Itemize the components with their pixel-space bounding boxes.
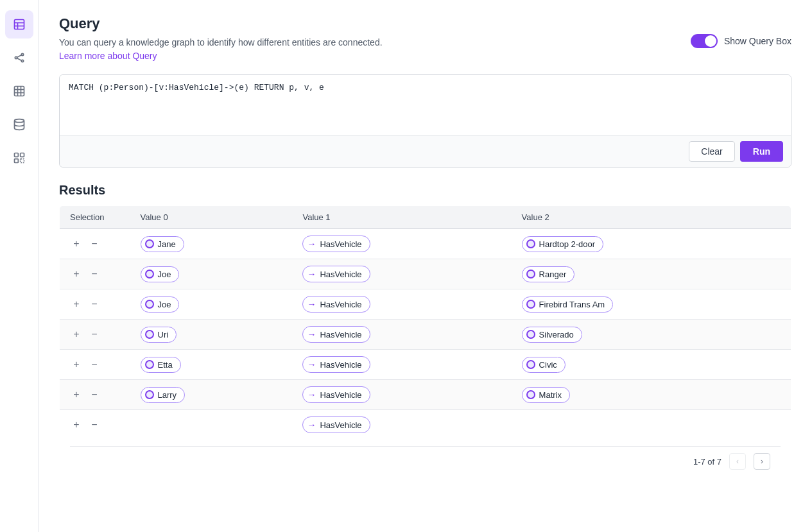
value2-pill[interactable]: Ranger [522,266,575,282]
results-container: Selection Value 0 Value 1 Value 2 + − Ja… [59,205,791,483]
pill-dot [526,270,535,279]
row-remove-btn[interactable]: − [88,418,101,431]
row-value1-cell: → HasVehicle [292,229,511,259]
row-selection-cell: + − [60,320,130,350]
value2-pill[interactable]: Firebird Trans Am [522,296,614,313]
value0-pill[interactable]: Jane [141,236,184,252]
pagination-prev[interactable]: ‹ [729,453,746,470]
pill-text: Etta [158,360,173,370]
col-value2: Value 2 [512,206,791,229]
pill-text: HasVehicle [320,330,361,339]
value2-pill[interactable]: Matrix [522,387,570,403]
results-table: Selection Value 0 Value 1 Value 2 + − Ja… [59,205,791,483]
row-value1-cell: → HasVehicle [292,350,511,380]
arrow-icon: → [307,299,316,309]
value1-pill[interactable]: → HasVehicle [302,236,370,252]
row-selection-cell: + − [60,410,130,440]
pagination-next[interactable]: › [754,453,770,470]
row-selection-cell: + − [60,289,130,320]
value1-pill[interactable]: → HasVehicle [302,356,370,373]
row-value2-cell: Silverado [512,320,791,350]
clear-button[interactable]: Clear [689,141,734,162]
row-remove-btn[interactable]: − [88,298,101,311]
row-value0-cell [130,410,293,440]
row-value0-cell: Larry [130,380,293,410]
row-remove-btn[interactable]: − [88,268,101,280]
value1-pill[interactable]: → HasVehicle [302,386,370,403]
table-row: + − Larry → HasVehicle Matrix [60,380,791,410]
sidebar-item-data[interactable] [5,110,33,139]
row-add-btn[interactable]: + [70,298,83,311]
pill-dot [145,330,154,339]
row-add-btn[interactable]: + [70,388,83,401]
row-add-btn[interactable]: + [70,418,83,431]
pill-text: HasVehicle [320,270,361,279]
row-remove-btn[interactable]: − [88,358,101,371]
pill-text: HasVehicle [320,239,361,249]
svg-line-7 [17,55,21,57]
row-add-btn[interactable]: + [70,358,83,371]
run-button[interactable]: Run [740,141,783,162]
sidebar-item-table[interactable] [5,10,33,39]
value1-pill[interactable]: → HasVehicle [302,416,370,433]
pill-text: HasVehicle [320,390,361,400]
value0-pill[interactable]: Etta [141,357,181,373]
query-textarea[interactable]: MATCH (p:Person)-[v:HasVehicle]->(e) RET… [60,75,791,133]
value1-pill[interactable]: → HasVehicle [302,266,370,282]
row-value1-cell: → HasVehicle [292,410,511,440]
sidebar-item-chart[interactable] [5,77,33,105]
pill-dot [526,390,535,399]
value0-pill[interactable]: Joe [141,266,180,282]
pill-text: Joe [158,300,171,309]
value2-pill[interactable]: Hardtop 2-door [522,236,603,252]
col-selection: Selection [60,206,130,229]
pill-dot [526,330,535,339]
svg-point-6 [21,60,23,62]
show-query-box-toggle[interactable] [691,34,718,48]
row-add-btn[interactable]: + [70,328,83,341]
row-controls: + − [70,418,120,431]
table-row: + − Jane → HasVehicle Hardtop 2-door [60,229,791,259]
value1-pill[interactable]: → HasVehicle [302,326,370,343]
toggle-label: Show Query Box [724,36,791,46]
row-value1-cell: → HasVehicle [292,259,511,289]
sidebar-item-more[interactable] [5,144,33,172]
value1-pill[interactable]: → HasVehicle [302,296,370,313]
svg-point-4 [15,56,17,58]
table-row: + − Etta → HasVehicle Civic [60,350,791,380]
pill-text: Hardtop 2-door [539,239,595,249]
value0-pill[interactable]: Joe [141,296,180,313]
row-value2-cell: Ranger [512,259,791,289]
row-selection-cell: + − [60,350,130,380]
learn-more-link[interactable]: Learn more about Query [59,51,157,61]
value2-pill[interactable]: Silverado [522,327,582,343]
arrow-icon: → [307,239,316,249]
svg-rect-17 [14,159,18,163]
page-title: Query [59,15,791,32]
row-value0-cell: Joe [130,289,293,320]
row-controls: + − [70,388,120,401]
pagination-row: 1-7 of 7 ‹ › [60,440,791,483]
svg-rect-15 [14,153,18,157]
value0-pill[interactable]: Uri [141,327,177,343]
row-value0-cell: Uri [130,320,293,350]
toggle-container: Show Query Box [691,34,791,48]
query-box: MATCH (p:Person)-[v:HasVehicle]->(e) RET… [59,74,791,167]
pill-dot [526,239,535,248]
row-add-btn[interactable]: + [70,237,83,250]
row-remove-btn[interactable]: − [88,388,101,401]
row-add-btn[interactable]: + [70,268,83,280]
row-remove-btn[interactable]: − [88,237,101,250]
value2-pill[interactable]: Civic [522,357,566,373]
row-remove-btn[interactable]: − [88,328,101,341]
value0-pill[interactable]: Larry [141,387,186,403]
pill-dot [145,239,154,248]
pill-dot [145,390,154,399]
svg-line-8 [17,58,21,60]
table-row: + − Joe → HasVehicle Firebird Trans Am [60,289,791,320]
row-controls: + − [70,328,120,341]
row-selection-cell: + − [60,259,130,289]
pill-text: HasVehicle [320,420,361,430]
pill-text: HasVehicle [320,300,361,309]
sidebar-item-graph[interactable] [5,44,33,72]
